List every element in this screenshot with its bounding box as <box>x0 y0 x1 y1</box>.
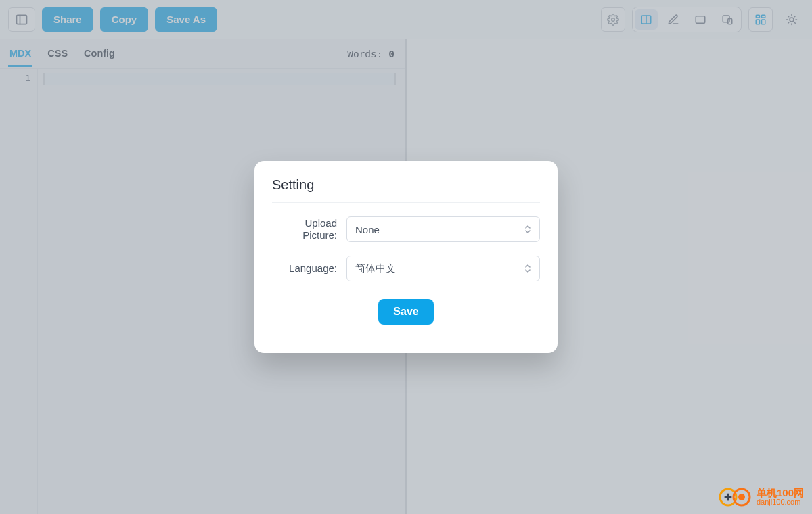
form-row-language: Language: 简体中文 <box>272 256 540 281</box>
language-select[interactable]: 简体中文 <box>346 256 540 281</box>
upload-picture-value: None <box>355 224 380 235</box>
settings-modal: Setting Upload Picture: None Language: 简… <box>254 161 558 353</box>
watermark-line2: danji100.com <box>757 498 804 507</box>
select-caret-icon <box>524 225 531 234</box>
svg-point-25 <box>738 494 745 500</box>
watermark-logo-icon <box>719 486 751 509</box>
modal-save-button[interactable]: Save <box>378 299 433 325</box>
upload-picture-label: Upload Picture: <box>272 217 337 241</box>
modal-actions: Save <box>272 299 540 325</box>
language-value: 简体中文 <box>355 262 396 275</box>
watermark: 单机100网 danji100.com <box>719 486 804 509</box>
language-label: Language: <box>272 262 337 275</box>
form-row-upload: Upload Picture: None <box>272 216 540 242</box>
watermark-line1: 单机100网 <box>757 488 804 498</box>
select-caret-icon <box>524 264 531 273</box>
upload-picture-select[interactable]: None <box>346 216 540 242</box>
modal-title: Setting <box>272 177 540 203</box>
modal-overlay[interactable]: Setting Upload Picture: None Language: 简… <box>0 0 812 514</box>
